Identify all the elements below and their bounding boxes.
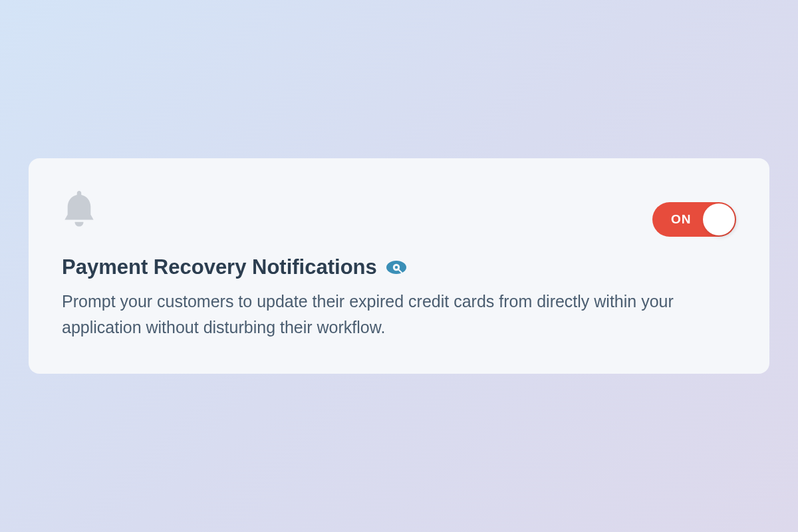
notification-toggle[interactable]: ON — [652, 202, 736, 237]
card-title: Payment Recovery Notifications — [62, 255, 377, 279]
title-row: Payment Recovery Notifications — [62, 255, 736, 279]
card-description: Prompt your customers to update their ex… — [62, 289, 736, 340]
toggle-state-label: ON — [671, 212, 692, 227]
card-header-row: ON — [62, 190, 736, 237]
toggle-knob — [703, 203, 735, 235]
preview-eye-icon[interactable] — [386, 261, 406, 274]
svg-point-2 — [395, 266, 398, 269]
bell-icon — [62, 190, 96, 229]
notification-settings-card: ON Payment Recovery Notifications Prompt… — [29, 158, 769, 374]
